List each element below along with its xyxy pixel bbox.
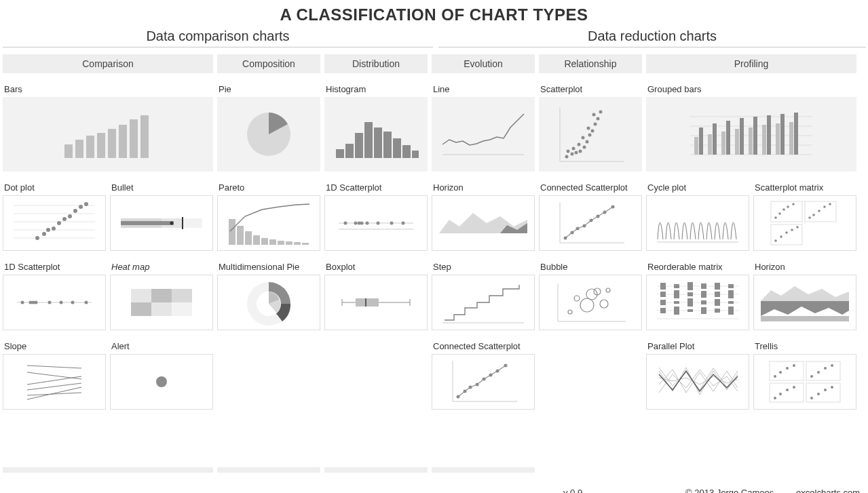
svg-rect-181	[674, 301, 679, 304]
svg-point-69	[62, 217, 67, 221]
scatter-1d-icon	[10, 292, 98, 313]
svg-point-108	[590, 219, 593, 222]
svg-rect-43	[694, 137, 698, 155]
svg-point-130	[796, 226, 799, 229]
thumb-line	[432, 97, 535, 172]
label-slope: Slope	[3, 340, 106, 354]
section-row: Data comparison charts Data reduction ch…	[3, 28, 865, 47]
svg-rect-144	[151, 302, 172, 316]
svg-rect-176	[687, 292, 693, 296]
svg-point-225	[779, 393, 782, 395]
svg-point-67	[52, 226, 56, 231]
svg-point-21	[565, 155, 569, 159]
thumb-1dscatter-comp	[3, 275, 106, 330]
horizon-icon	[439, 206, 527, 240]
svg-rect-11	[355, 133, 363, 158]
svg-point-156	[574, 296, 580, 301]
svg-point-79	[170, 222, 174, 225]
cat-distribution: Distribution	[324, 54, 428, 73]
svg-rect-77	[121, 221, 174, 225]
svg-rect-58	[794, 113, 798, 155]
svg-point-33	[587, 127, 590, 130]
svg-rect-54	[767, 115, 771, 155]
svg-point-118	[782, 208, 785, 211]
svg-rect-140	[131, 289, 151, 302]
cell-bars: Bars	[3, 83, 213, 172]
svg-rect-1	[75, 140, 83, 158]
cell-heatmap: Heat map	[110, 260, 213, 330]
svg-point-205	[464, 390, 467, 393]
svg-rect-6	[130, 119, 138, 158]
label-heatmap: Heat map	[110, 260, 213, 275]
svg-rect-180	[660, 300, 666, 305]
svg-rect-80	[229, 219, 235, 245]
multi-pie-icon	[235, 277, 303, 328]
label-boxplot: Boxplot	[324, 260, 428, 275]
svg-point-64	[35, 236, 39, 240]
thumb-dotplot	[3, 195, 106, 251]
cat-profiling: Profiling	[646, 54, 856, 73]
thumb-step	[432, 275, 535, 330]
svg-point-160	[580, 298, 594, 312]
svg-point-23	[567, 150, 570, 153]
thumb-connected-scatter-rel	[539, 195, 642, 251]
svg-rect-82	[245, 231, 252, 245]
svg-point-35	[597, 117, 600, 121]
svg-point-72	[79, 205, 83, 209]
svg-rect-2	[86, 136, 94, 158]
footer-strip	[3, 467, 213, 473]
svg-point-132	[21, 301, 24, 304]
svg-point-96	[377, 222, 380, 225]
svg-point-207	[476, 383, 479, 387]
connected-scatter-icon	[553, 199, 628, 248]
svg-point-128	[785, 231, 788, 234]
thumb-grouped-bars	[646, 97, 856, 172]
svg-rect-13	[374, 127, 382, 158]
svg-point-120	[792, 203, 795, 205]
svg-point-24	[575, 151, 578, 155]
cell-1dscatter-comp: 1D Scatterplot	[3, 260, 106, 330]
svg-rect-183	[701, 300, 706, 304]
trellis-icon	[764, 357, 846, 406]
label-parallel: Parallel Plot	[646, 340, 749, 354]
label-grouped-bars: Grouped bars	[646, 83, 856, 97]
svg-rect-169	[674, 284, 679, 288]
cell-bullet: Bullet	[110, 181, 213, 251]
heatmap-icon	[124, 283, 199, 321]
svg-rect-170	[687, 282, 693, 290]
svg-point-227	[793, 386, 795, 389]
svg-rect-182	[687, 298, 693, 307]
cell-grouped-bars: Grouped bars	[646, 83, 856, 172]
cell-connected-scatter-rel: Connected Scatterplot	[539, 181, 642, 251]
svg-rect-16	[402, 145, 411, 158]
section-data-comparison: Data comparison charts	[3, 28, 433, 47]
svg-point-162	[568, 310, 572, 314]
svg-point-109	[597, 215, 600, 218]
connected-scatter-icon	[446, 357, 521, 406]
svg-point-116	[774, 216, 777, 219]
thumb-alert	[110, 354, 213, 410]
svg-rect-15	[393, 138, 401, 158]
svg-rect-173	[728, 284, 734, 288]
thumb-parallel	[646, 354, 749, 410]
svg-point-68	[57, 221, 61, 225]
svg-point-217	[779, 371, 782, 374]
svg-rect-57	[789, 122, 793, 155]
cell-alert: Alert	[110, 340, 213, 410]
svg-point-97	[390, 222, 394, 225]
svg-point-224	[774, 397, 776, 399]
svg-point-201	[156, 376, 167, 387]
svg-rect-45	[708, 134, 712, 155]
svg-point-95	[366, 222, 369, 225]
parallel-icon	[654, 357, 742, 406]
label-bullet: Bullet	[110, 181, 213, 195]
svg-point-222	[824, 367, 827, 370]
label-connected-scatter-rel: Connected Scatterplot	[539, 181, 642, 195]
svg-rect-9	[336, 149, 344, 158]
cell-scatterplot: Scatterplot	[539, 83, 642, 172]
svg-point-159	[606, 288, 610, 292]
svg-rect-177	[701, 291, 706, 298]
thumb-cycleplot	[646, 195, 749, 251]
svg-rect-190	[715, 309, 720, 313]
svg-line-196	[27, 372, 81, 379]
